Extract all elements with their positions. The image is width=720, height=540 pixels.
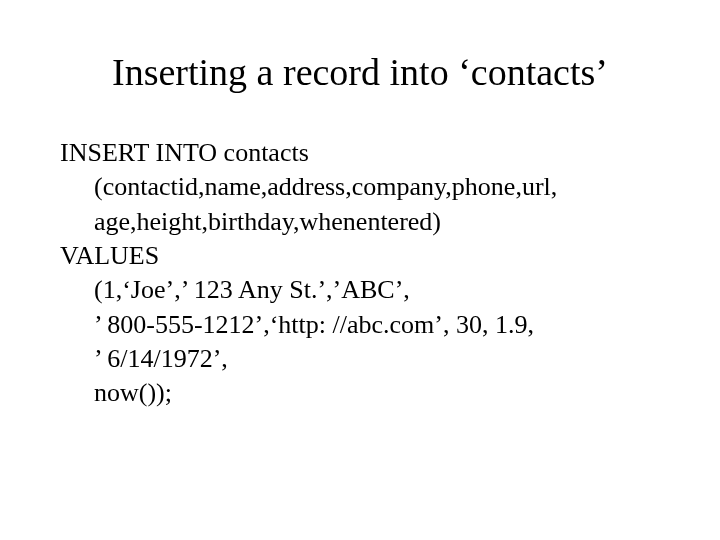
slide-title: Inserting a record into ‘contacts’	[60, 50, 660, 94]
slide-body: INSERT INTO contacts (contactid,name,add…	[60, 136, 660, 411]
code-line-8: now());	[94, 376, 660, 410]
code-line-1: INSERT INTO contacts	[60, 136, 660, 170]
code-line-2: (contactid,name,address,company,phone,ur…	[94, 170, 660, 204]
code-line-3: age,height,birthday,whenentered)	[94, 205, 660, 239]
code-line-7: ’ 6/14/1972’,	[94, 342, 660, 376]
code-line-6: ’ 800-555-1212’,‘http: //abc.com’, 30, 1…	[94, 308, 660, 342]
code-line-4: VALUES	[60, 239, 660, 273]
code-line-5: (1,‘Joe’,’ 123 Any St.’,’ABC’,	[94, 273, 660, 307]
